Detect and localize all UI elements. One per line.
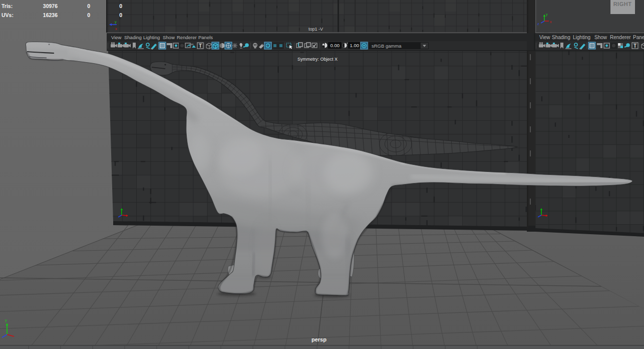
svg-text:0: 0 — [87, 3, 90, 9]
svg-text:y: y — [546, 13, 548, 17]
svg-text:View: View — [111, 35, 122, 40]
svg-text:0.00: 0.00 — [331, 43, 340, 48]
svg-text:0: 0 — [119, 12, 122, 18]
svg-text:y: y — [5, 318, 7, 322]
svg-text:Lighting: Lighting — [143, 35, 160, 40]
svg-text:Panels: Panels — [633, 35, 644, 40]
svg-text:Lighting: Lighting — [573, 35, 590, 40]
svg-text:z: z — [537, 22, 539, 26]
svg-text:RIGHT: RIGHT — [613, 1, 632, 7]
svg-text:Renderer: Renderer — [177, 35, 197, 40]
svg-text:Panels: Panels — [198, 35, 213, 40]
svg-text:Shading: Shading — [124, 35, 142, 40]
svg-text:0: 0 — [87, 12, 90, 18]
svg-text:Show: Show — [163, 35, 175, 40]
svg-text:Shading: Shading — [552, 35, 570, 40]
svg-text:View: View — [539, 35, 550, 40]
svg-text:sRGB gamma: sRGB gamma — [372, 43, 402, 49]
svg-text:UVs:: UVs: — [2, 12, 14, 18]
svg-text:T: T — [633, 43, 636, 49]
svg-text:1.00: 1.00 — [350, 43, 360, 48]
svg-text:T: T — [199, 43, 202, 49]
svg-text:30976: 30976 — [43, 3, 58, 9]
svg-text:16236: 16236 — [43, 12, 58, 18]
svg-text:Show: Show — [594, 35, 607, 40]
svg-text:persp: persp — [311, 336, 327, 342]
svg-text:top1 -V: top1 -V — [308, 27, 323, 32]
svg-text:Renderer: Renderer — [610, 35, 631, 40]
svg-text:x: x — [550, 20, 552, 24]
svg-text:Tris:: Tris: — [2, 3, 13, 9]
svg-text:Symmetry: Object X: Symmetry: Object X — [297, 57, 338, 62]
svg-text:y: y — [115, 20, 117, 24]
svg-text:x: x — [115, 27, 117, 31]
svg-text:0: 0 — [119, 3, 122, 9]
